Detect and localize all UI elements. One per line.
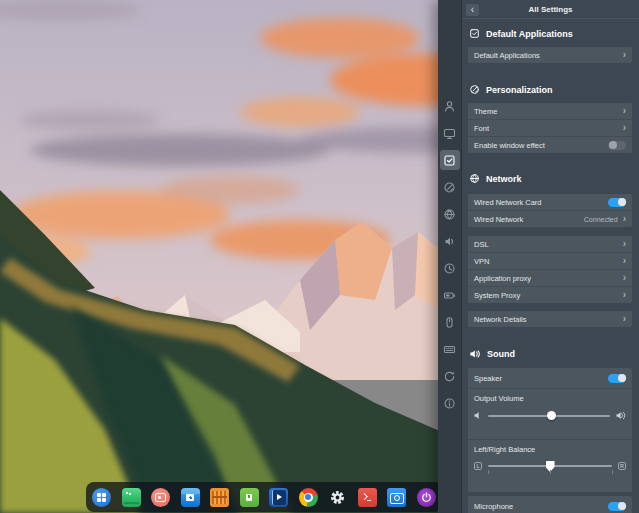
chevron-right-icon: ›: [623, 273, 626, 283]
dock-item-app-store[interactable]: [181, 488, 200, 507]
sidebar-item-time-date[interactable]: [440, 258, 460, 278]
volume-low-icon: [474, 411, 482, 420]
sidebar-item-display[interactable]: [440, 123, 460, 143]
row-vpn[interactable]: VPN ›: [468, 253, 632, 269]
chevron-right-icon: ›: [623, 256, 626, 266]
speaker-icon: [443, 235, 456, 248]
clock-icon: [443, 262, 456, 275]
balance-left-icon: L: [474, 462, 482, 470]
section-title-label: Sound: [487, 349, 515, 359]
panel-header: ‹ All Settings: [462, 0, 639, 19]
sidebar-item-updates[interactable]: [440, 366, 460, 386]
section-title-label: Default Applications: [486, 29, 573, 39]
dock-item-file-manager[interactable]: [122, 488, 141, 507]
dock-item-text-editor[interactable]: [240, 488, 259, 507]
balance-right-icon: R: [618, 462, 626, 470]
row-dsl[interactable]: DSL ›: [468, 236, 632, 252]
dock-item-shutdown[interactable]: [417, 488, 436, 507]
balance-tick: [488, 470, 489, 474]
balance-tick: [612, 470, 613, 474]
row-label: Microphone: [474, 502, 608, 511]
dock-item-screenshot[interactable]: [387, 488, 406, 507]
volume-handle[interactable]: [547, 411, 556, 420]
checkbox-icon: [443, 154, 456, 167]
output-volume-block: Output Volume: [468, 389, 632, 439]
dock-item-chrome[interactable]: [299, 488, 318, 507]
sidebar-item-power[interactable]: [440, 285, 460, 305]
balance-track[interactable]: [488, 465, 612, 467]
sidebar-item-default-applications[interactable]: [440, 150, 460, 170]
info-icon: [443, 397, 456, 410]
wired-status: Connected: [584, 216, 618, 223]
row-label: Enable window effect: [474, 141, 608, 150]
row-wired-network-card: Wired Network Card: [468, 194, 632, 210]
sidebar-item-sound[interactable]: [440, 231, 460, 251]
panel-content: ‹ All Settings Default Applications Defa…: [462, 0, 639, 513]
row-speaker: Speaker: [468, 368, 632, 388]
speaker-icon: [469, 348, 481, 360]
balance-slider[interactable]: L R: [474, 462, 626, 470]
row-font[interactable]: Font ›: [468, 120, 632, 136]
dock: [86, 482, 442, 512]
row-label: DSL: [474, 240, 623, 249]
chevron-right-icon: ›: [623, 106, 626, 116]
row-enable-window-effect: Enable window effect: [468, 137, 632, 153]
sidebar-item-mouse[interactable]: [440, 312, 460, 332]
dock-item-terminal[interactable]: [358, 488, 377, 507]
sidebar-item-personalization[interactable]: [440, 177, 460, 197]
dock-item-control-center[interactable]: [328, 488, 347, 507]
panel-title: All Settings: [462, 0, 639, 18]
globe-icon: [443, 208, 456, 221]
row-network-details[interactable]: Network Details ›: [468, 311, 632, 327]
dock-item-movie-player[interactable]: [269, 488, 288, 507]
dock-item-deepin-store[interactable]: [210, 488, 229, 507]
row-label: VPN: [474, 257, 623, 266]
sidebar-item-system-info[interactable]: [440, 393, 460, 413]
section-sound: Sound: [462, 347, 639, 360]
volume-high-icon: [616, 411, 626, 420]
panel-sidebar: [438, 0, 462, 513]
sidebar-item-network[interactable]: [440, 204, 460, 224]
window-effect-toggle[interactable]: [608, 141, 626, 150]
row-default-applications[interactable]: Default Applications ›: [468, 47, 632, 63]
microphone-toggle[interactable]: [608, 502, 626, 511]
control-center-panel: ‹ All Settings Default Applications Defa…: [438, 0, 639, 513]
section-network: Network: [462, 172, 639, 185]
mouse-icon: [443, 316, 456, 329]
speaker-toggle[interactable]: [608, 374, 626, 383]
row-label: Font: [474, 124, 623, 133]
chevron-right-icon: ›: [623, 290, 626, 300]
row-label: Theme: [474, 107, 623, 116]
row-theme[interactable]: Theme ›: [468, 103, 632, 119]
row-system-proxy[interactable]: System Proxy ›: [468, 287, 632, 303]
balance-block: Left/Right Balance L R: [468, 440, 632, 492]
chevron-right-icon: ›: [623, 314, 626, 324]
balance-tick: [550, 470, 551, 474]
gear-icon: [329, 489, 346, 506]
row-application-proxy[interactable]: Application proxy ›: [468, 270, 632, 286]
dock-item-launcher[interactable]: [92, 488, 111, 507]
sidebar-item-accounts[interactable]: [440, 96, 460, 116]
balance-label: Left/Right Balance: [474, 445, 626, 454]
row-wired-network[interactable]: Wired Network Connected ›: [468, 211, 632, 227]
volume-track[interactable]: [488, 415, 610, 417]
dock-item-screen-recorder[interactable]: [151, 488, 170, 507]
row-label: Default Applications: [474, 51, 623, 60]
chevron-right-icon: ›: [623, 50, 626, 60]
section-default-applications: Default Applications: [462, 27, 639, 40]
palette-icon: [469, 84, 480, 95]
row-label: Wired Network: [474, 215, 584, 224]
row-label: Network Details: [474, 315, 623, 324]
row-label: Application proxy: [474, 274, 623, 283]
globe-icon: [469, 173, 480, 184]
wired-card-toggle[interactable]: [608, 198, 626, 207]
chevron-right-icon: ›: [623, 239, 626, 249]
row-label: Speaker: [474, 374, 608, 383]
sidebar-item-keyboard[interactable]: [440, 339, 460, 359]
row-label: System Proxy: [474, 291, 623, 300]
launcher-icon: [97, 493, 101, 497]
chevron-right-icon: ›: [623, 214, 626, 224]
chevron-right-icon: ›: [623, 123, 626, 133]
row-label: Wired Network Card: [474, 198, 608, 207]
output-volume-slider[interactable]: [474, 411, 626, 420]
